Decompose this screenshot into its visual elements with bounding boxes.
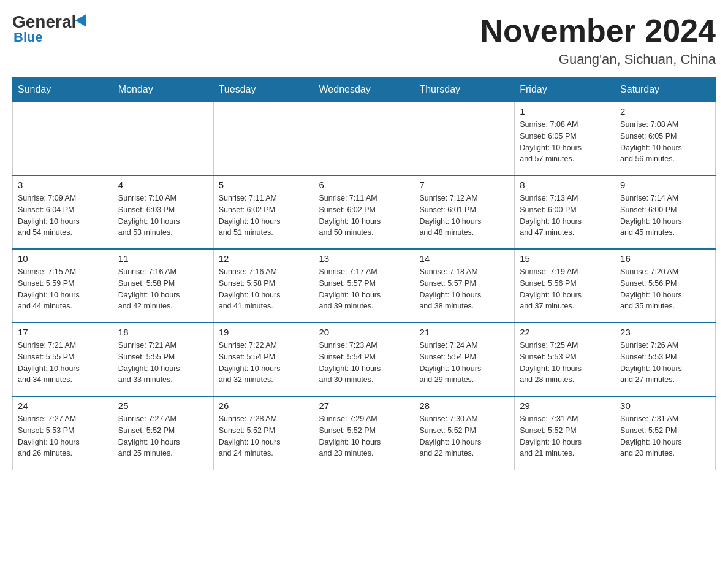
weekday-header-monday: Monday (113, 78, 213, 102)
day-number: 18 (118, 327, 208, 337)
day-number: 30 (620, 400, 710, 411)
day-info: Sunrise: 7:11 AM Sunset: 6:02 PM Dayligh… (319, 193, 409, 239)
logo-blue-text: Blue (13, 29, 43, 45)
day-number: 9 (620, 180, 710, 190)
day-cell: 2Sunrise: 7:08 AM Sunset: 6:05 PM Daylig… (615, 102, 716, 175)
day-number: 3 (18, 180, 108, 190)
day-cell: 13Sunrise: 7:17 AM Sunset: 5:57 PM Dayli… (314, 249, 414, 323)
day-number: 16 (620, 253, 710, 264)
day-cell: 22Sunrise: 7:25 AM Sunset: 5:53 PM Dayli… (515, 323, 615, 396)
day-cell: 19Sunrise: 7:22 AM Sunset: 5:54 PM Dayli… (213, 323, 314, 396)
day-number: 19 (219, 327, 309, 337)
day-cell (113, 102, 213, 175)
day-number: 1 (520, 106, 610, 117)
day-number: 14 (419, 253, 509, 264)
day-cell: 12Sunrise: 7:16 AM Sunset: 5:58 PM Dayli… (213, 249, 314, 323)
day-info: Sunrise: 7:23 AM Sunset: 5:54 PM Dayligh… (319, 340, 409, 386)
day-cell: 24Sunrise: 7:27 AM Sunset: 5:53 PM Dayli… (13, 396, 113, 470)
day-info: Sunrise: 7:08 AM Sunset: 6:05 PM Dayligh… (620, 119, 710, 165)
day-info: Sunrise: 7:27 AM Sunset: 5:52 PM Dayligh… (118, 413, 208, 459)
day-number: 6 (319, 180, 409, 190)
day-info: Sunrise: 7:21 AM Sunset: 5:55 PM Dayligh… (18, 340, 108, 386)
day-cell: 18Sunrise: 7:21 AM Sunset: 5:55 PM Dayli… (113, 323, 213, 396)
day-number: 17 (18, 327, 108, 337)
day-cell: 11Sunrise: 7:16 AM Sunset: 5:58 PM Dayli… (113, 249, 213, 323)
day-info: Sunrise: 7:31 AM Sunset: 5:52 PM Dayligh… (620, 413, 710, 459)
month-title: November 2024 (480, 12, 716, 49)
day-cell: 14Sunrise: 7:18 AM Sunset: 5:57 PM Dayli… (414, 249, 515, 323)
day-cell: 6Sunrise: 7:11 AM Sunset: 6:02 PM Daylig… (314, 175, 414, 249)
day-info: Sunrise: 7:25 AM Sunset: 5:53 PM Dayligh… (520, 340, 610, 386)
day-info: Sunrise: 7:12 AM Sunset: 6:01 PM Dayligh… (419, 193, 509, 239)
logo: General Blue (12, 12, 89, 45)
day-info: Sunrise: 7:31 AM Sunset: 5:52 PM Dayligh… (520, 413, 610, 459)
day-info: Sunrise: 7:19 AM Sunset: 5:56 PM Dayligh… (520, 266, 610, 312)
day-cell: 30Sunrise: 7:31 AM Sunset: 5:52 PM Dayli… (615, 396, 716, 470)
day-info: Sunrise: 7:11 AM Sunset: 6:02 PM Dayligh… (219, 193, 309, 239)
day-info: Sunrise: 7:16 AM Sunset: 5:58 PM Dayligh… (219, 266, 309, 312)
day-number: 11 (118, 253, 208, 264)
day-cell: 5Sunrise: 7:11 AM Sunset: 6:02 PM Daylig… (213, 175, 314, 249)
day-cell: 10Sunrise: 7:15 AM Sunset: 5:59 PM Dayli… (13, 249, 113, 323)
day-cell: 3Sunrise: 7:09 AM Sunset: 6:04 PM Daylig… (13, 175, 113, 249)
day-info: Sunrise: 7:13 AM Sunset: 6:00 PM Dayligh… (520, 193, 610, 239)
day-number: 20 (319, 327, 409, 337)
calendar-table: SundayMondayTuesdayWednesdayThursdayFrid… (12, 77, 716, 470)
day-number: 13 (319, 253, 409, 264)
day-cell: 25Sunrise: 7:27 AM Sunset: 5:52 PM Dayli… (113, 396, 213, 470)
weekday-header-row: SundayMondayTuesdayWednesdayThursdayFrid… (13, 78, 716, 102)
day-cell: 28Sunrise: 7:30 AM Sunset: 5:52 PM Dayli… (414, 396, 515, 470)
week-row-4: 17Sunrise: 7:21 AM Sunset: 5:55 PM Dayli… (13, 323, 716, 396)
weekday-header-tuesday: Tuesday (213, 78, 314, 102)
day-info: Sunrise: 7:16 AM Sunset: 5:58 PM Dayligh… (118, 266, 208, 312)
day-cell: 1Sunrise: 7:08 AM Sunset: 6:05 PM Daylig… (515, 102, 615, 175)
weekday-header-friday: Friday (515, 78, 615, 102)
day-info: Sunrise: 7:22 AM Sunset: 5:54 PM Dayligh… (219, 340, 309, 386)
day-number: 12 (219, 253, 309, 264)
weekday-header-thursday: Thursday (414, 78, 515, 102)
day-number: 27 (319, 400, 409, 411)
day-info: Sunrise: 7:08 AM Sunset: 6:05 PM Dayligh… (520, 119, 610, 165)
day-info: Sunrise: 7:30 AM Sunset: 5:52 PM Dayligh… (419, 413, 509, 459)
day-cell: 4Sunrise: 7:10 AM Sunset: 6:03 PM Daylig… (113, 175, 213, 249)
weekday-header-wednesday: Wednesday (314, 78, 414, 102)
week-row-2: 3Sunrise: 7:09 AM Sunset: 6:04 PM Daylig… (13, 175, 716, 249)
day-cell: 15Sunrise: 7:19 AM Sunset: 5:56 PM Dayli… (515, 249, 615, 323)
title-section: November 2024 Guang'an, Sichuan, China (480, 12, 716, 67)
day-info: Sunrise: 7:17 AM Sunset: 5:57 PM Dayligh… (319, 266, 409, 312)
day-info: Sunrise: 7:18 AM Sunset: 5:57 PM Dayligh… (419, 266, 509, 312)
week-row-3: 10Sunrise: 7:15 AM Sunset: 5:59 PM Dayli… (13, 249, 716, 323)
day-info: Sunrise: 7:21 AM Sunset: 5:55 PM Dayligh… (118, 340, 208, 386)
day-cell: 16Sunrise: 7:20 AM Sunset: 5:56 PM Dayli… (615, 249, 716, 323)
day-cell (213, 102, 314, 175)
day-number: 5 (219, 180, 309, 190)
day-info: Sunrise: 7:20 AM Sunset: 5:56 PM Dayligh… (620, 266, 710, 312)
day-cell: 23Sunrise: 7:26 AM Sunset: 5:53 PM Dayli… (615, 323, 716, 396)
day-cell: 20Sunrise: 7:23 AM Sunset: 5:54 PM Dayli… (314, 323, 414, 396)
day-number: 10 (18, 253, 108, 264)
weekday-header-saturday: Saturday (615, 78, 716, 102)
day-cell: 21Sunrise: 7:24 AM Sunset: 5:54 PM Dayli… (414, 323, 515, 396)
day-number: 24 (18, 400, 108, 411)
day-number: 26 (219, 400, 309, 411)
day-info: Sunrise: 7:28 AM Sunset: 5:52 PM Dayligh… (219, 413, 309, 459)
day-info: Sunrise: 7:27 AM Sunset: 5:53 PM Dayligh… (18, 413, 108, 459)
day-info: Sunrise: 7:29 AM Sunset: 5:52 PM Dayligh… (319, 413, 409, 459)
day-number: 22 (520, 327, 610, 337)
day-number: 25 (118, 400, 208, 411)
day-number: 2 (620, 106, 710, 117)
logo-triangle-icon (75, 14, 91, 30)
day-number: 29 (520, 400, 610, 411)
day-cell: 26Sunrise: 7:28 AM Sunset: 5:52 PM Dayli… (213, 396, 314, 470)
day-info: Sunrise: 7:24 AM Sunset: 5:54 PM Dayligh… (419, 340, 509, 386)
day-cell: 17Sunrise: 7:21 AM Sunset: 5:55 PM Dayli… (13, 323, 113, 396)
day-info: Sunrise: 7:10 AM Sunset: 6:03 PM Dayligh… (118, 193, 208, 239)
week-row-1: 1Sunrise: 7:08 AM Sunset: 6:05 PM Daylig… (13, 102, 716, 175)
location-text: Guang'an, Sichuan, China (480, 52, 716, 67)
day-number: 4 (118, 180, 208, 190)
day-info: Sunrise: 7:15 AM Sunset: 5:59 PM Dayligh… (18, 266, 108, 312)
page-header: General Blue November 2024 Guang'an, Sic… (12, 12, 716, 67)
day-info: Sunrise: 7:14 AM Sunset: 6:00 PM Dayligh… (620, 193, 710, 239)
day-number: 23 (620, 327, 710, 337)
day-cell: 27Sunrise: 7:29 AM Sunset: 5:52 PM Dayli… (314, 396, 414, 470)
